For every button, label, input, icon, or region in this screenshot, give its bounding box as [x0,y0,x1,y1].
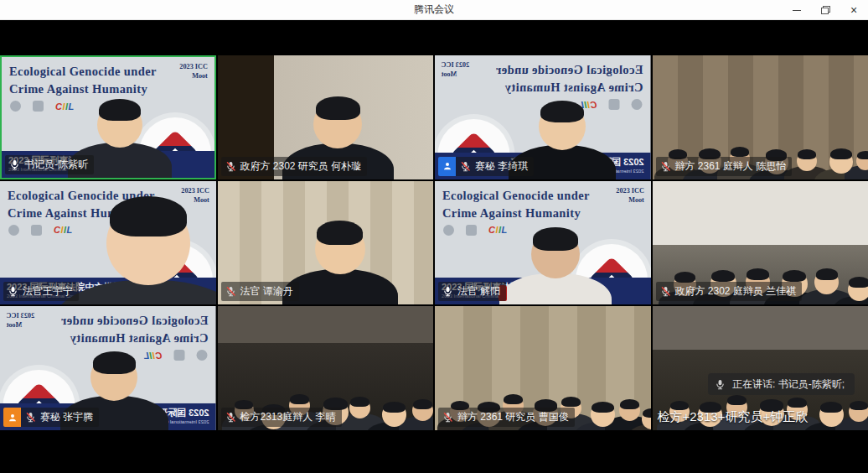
name-label: 检方+2313+研究员+钟正欣 [658,409,809,425]
mic-muted-icon [442,412,453,423]
meeting-window: 腾讯会议 × Ecological Genocide underCrime Ag… [0,0,868,473]
minimize-button[interactable] [783,0,811,20]
minimize-icon [793,10,801,11]
window-title: 腾讯会议 [414,3,454,17]
cohost-badge [3,408,21,427]
video-tile-zhongzhengxin[interactable]: 正在讲话: 书记员-陈紫昕; 检方+2313+研究员+钟正欣 [653,306,868,430]
video-grid: Ecological Genocide underCrime Against H… [0,55,868,430]
video-tile-lanjiaqi[interactable]: 政府方 2302 庭辩员 兰佳祺 [653,181,868,305]
host-badge [438,157,456,176]
close-icon: × [850,4,857,16]
active-speaker-text: 正在讲话: 书记员-陈紫昕; [732,377,845,392]
name-label: 辩方 2361 庭辩人 陈思怡 [656,157,793,176]
mic-icon [9,159,20,170]
video-tile-zhangyuteng[interactable]: Ecological Genocide underCrime Against H… [0,306,216,430]
restore-button[interactable] [811,0,840,20]
name-label: 政府方 2302 研究员 何朴璇 [221,157,368,176]
mic-muted-icon [25,412,36,423]
name-label: 书记员-陈紫昕 [5,155,94,174]
restore-icon [821,6,830,14]
mic-muted-icon [225,161,236,172]
mic-icon [715,379,726,390]
name-label: 法官王宇宁 [3,282,79,301]
mic-muted-icon [660,161,671,172]
name-label: 法官 谭渝丹 [221,282,299,301]
name-label: 辩方 2361 研究员 曹国俊 [438,408,575,427]
mic-icon [8,286,18,297]
mic-icon [442,286,453,297]
mic-muted-icon [225,412,236,423]
video-tile-chenzixin[interactable]: Ecological Genocide underCrime Against H… [0,55,216,179]
video-tile-tanyudan[interactable]: 法官 谭渝丹 [218,181,434,305]
name-label: 赛秘 李绮琪 [456,157,534,176]
video-tile-liqing[interactable]: 检方2313庭辩人 李晴 [218,306,434,430]
name-label: 法官 解阳 [438,282,506,301]
video-tile-wangyuning[interactable]: Ecological Genocide underCrime Against H… [0,181,216,305]
close-button[interactable]: × [840,0,868,20]
video-tile-chensiyi[interactable]: 辩方 2361 庭辩人 陈思怡 [653,55,868,179]
title-bar[interactable]: 腾讯会议 × [0,0,868,20]
name-label: 检方2313庭辩人 李晴 [221,408,342,427]
active-speaker-banner: 正在讲话: 书记员-陈紫昕; [708,373,855,395]
name-label: 政府方 2302 庭辩员 兰佳祺 [656,282,803,301]
name-label: 赛秘 张宇腾 [21,408,99,427]
video-tile-caoguojun[interactable]: 辩方 2361 研究员 曹国俊 [435,306,651,430]
mic-muted-icon [660,286,671,297]
video-tile-xieyang[interactable]: Ecological Genocide underCrime Against H… [435,181,651,305]
mic-muted-icon [225,286,236,297]
video-tile-liqiqi[interactable]: Ecological Genocide underCrime Against H… [435,55,651,179]
mic-muted-icon [460,161,471,172]
video-tile-hepuxuan[interactable]: 政府方 2302 研究员 何朴璇 [218,55,434,179]
